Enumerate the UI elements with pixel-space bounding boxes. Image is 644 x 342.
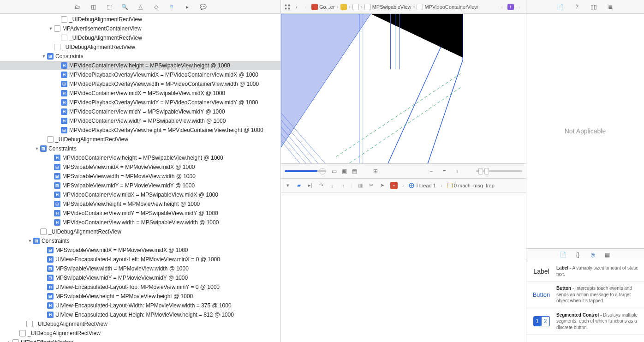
tree-row[interactable]: ▼MPAdvertisementContainerView: [0, 24, 280, 33]
tree-row[interactable]: HMPVideoPlaybackOverlayView.midY = MPVid…: [0, 98, 280, 107]
jump-bar-segment[interactable]: MPVideoContainerView: [417, 4, 478, 10]
tree-row[interactable]: ⊟MPSwipableView.midY = MPMovieView.midY …: [0, 181, 280, 190]
disclosure-triangle[interactable]: ▼: [35, 146, 39, 151]
tree-row[interactable]: HUIView-Encapsulated-Layout-Width: MPMov…: [0, 301, 280, 310]
hierarchy-icon[interactable]: ⬚: [105, 3, 113, 11]
clipping-icon[interactable]: ▭: [331, 168, 337, 174]
object-library[interactable]: LabelLabel - A variably sized amount of …: [526, 261, 644, 342]
tree-row[interactable]: HMPVideoPlaybackOverlayView.midX = MPVid…: [0, 70, 280, 79]
zoom-out-button[interactable]: −: [427, 167, 435, 175]
tree-row[interactable]: _UIDebugAlignmentRectView: [0, 227, 280, 236]
library-preview: Button: [531, 285, 552, 304]
wireframe-icon[interactable]: ▣: [341, 168, 347, 174]
library-item[interactable]: 12Segmented Control - Displays multiple …: [526, 308, 644, 335]
search-icon[interactable]: 🔍: [121, 3, 128, 11]
tree-row[interactable]: _UIDebugAlignmentRectView: [0, 33, 280, 42]
tree-row[interactable]: ▼⊞Constraints: [0, 144, 280, 153]
tree-row[interactable]: ▼⊞Constraints: [0, 236, 280, 246]
continue-icon[interactable]: ▸|: [307, 182, 313, 189]
jump-bar-segment[interactable]: [340, 4, 347, 10]
tree-row[interactable]: HMPVideoContainerView.midX = MPSwipableV…: [0, 190, 280, 199]
tree-row[interactable]: HUIView-Encapsulated-Layout-Top: MPMovie…: [0, 282, 280, 292]
tree-row[interactable]: HUIView-Encapsulated-Layout-Heigh: MPMov…: [0, 310, 280, 319]
related-items-icon[interactable]: [284, 3, 291, 11]
depth-range-slider[interactable]: [476, 170, 522, 172]
tree-row[interactable]: HUIView-Encapsulated-Layout-Left: MPMovi…: [0, 255, 280, 264]
object-lib-icon[interactable]: ◎: [589, 251, 596, 258]
library-item[interactable]: ButtonButton - Intercepts touch events a…: [526, 282, 644, 308]
file-icon[interactable]: 📄: [557, 3, 564, 11]
tree-row[interactable]: ⊟MPVideoPlaybackOverlayView.width = MPVi…: [0, 79, 280, 89]
tree-row[interactable]: ⊟MPSwipableView.height = MPMovieView.hei…: [0, 199, 280, 209]
console-toggle-icon[interactable]: ▾: [285, 182, 291, 189]
view-debugger-canvas[interactable]: [281, 14, 526, 163]
file-lib-icon[interactable]: 📄: [560, 251, 567, 258]
tree-row[interactable]: HMPVideoContainerView.height = MPSwipabl…: [0, 61, 280, 70]
forward-icon[interactable]: ›: [302, 3, 310, 11]
tree-row[interactable]: ⊟MPSwipableView.width = MPMovieView.widt…: [0, 172, 280, 181]
zoom-slider[interactable]: [285, 170, 326, 172]
orient-icon[interactable]: ⊞: [372, 168, 379, 174]
forward-alt-icon[interactable]: ›: [516, 3, 523, 11]
breakpoint-toggle-icon[interactable]: ▰: [296, 182, 302, 189]
tree-row[interactable]: HMPVideoContainerView.width = MPSwipable…: [0, 116, 280, 126]
tree-row[interactable]: _UIDebugAlignmentRectView: [0, 135, 280, 144]
location-icon[interactable]: ➤: [379, 182, 386, 189]
tree-row[interactable]: HMPVideoContainerView.height = MPSwipabl…: [0, 153, 280, 162]
split-icon[interactable]: ▯▯: [590, 3, 597, 11]
box-icon[interactable]: ◫: [89, 3, 97, 11]
step-over-icon[interactable]: ↷: [318, 182, 324, 189]
inspector-icon[interactable]: ≣: [607, 3, 614, 11]
tree-row[interactable]: _UIDebugAlignmentRectView: [0, 319, 280, 329]
tree-row[interactable]: HMPVideoContainerView.midY = MPSwipableV…: [0, 209, 280, 218]
disclosure-triangle[interactable]: ▼: [42, 54, 46, 59]
view-hierarchy-tree[interactable]: _UIDebugAlignmentRectView▼MPAdvertisemen…: [0, 14, 280, 342]
diamond-icon[interactable]: ◇: [152, 3, 160, 11]
back-icon[interactable]: ‹: [293, 3, 300, 11]
jump-bar-segment[interactable]: Go...er: [311, 4, 335, 10]
comment-icon[interactable]: 💬: [199, 3, 207, 11]
help-icon[interactable]: ?: [573, 3, 581, 11]
view-debug-icon[interactable]: ▥: [357, 182, 364, 189]
breakpoint-icon[interactable]: ▸: [184, 3, 191, 11]
tree-row[interactable]: _UIDebugAlignmentRectView: [0, 329, 280, 338]
jump-bar-segment[interactable]: [352, 4, 359, 10]
process-icon[interactable]: ▪: [390, 182, 398, 189]
frame-label[interactable]: 0 mach_msg_trap: [454, 183, 495, 188]
jump-bar[interactable]: ‹ › Go...er›››MPSwipableView›MPVideoCont…: [281, 0, 526, 14]
issue-badge[interactable]: !: [507, 4, 514, 10]
tree-row[interactable]: HMPVideoContainerView.midX = MPSwipableV…: [0, 89, 280, 98]
media-lib-icon[interactable]: ▦: [604, 251, 611, 258]
lines-icon[interactable]: ≡: [168, 3, 175, 11]
zoom-fit-button[interactable]: =: [440, 167, 448, 175]
console-area[interactable]: [281, 192, 526, 342]
tree-row[interactable]: ⊟MPSwipableView.width = MPMovieView.widt…: [0, 264, 280, 273]
disclosure-triangle[interactable]: ▶: [7, 340, 12, 342]
code-lib-icon[interactable]: {}: [574, 251, 582, 258]
tree-row[interactable]: _UIDebugAlignmentRectView: [0, 42, 280, 52]
library-item[interactable]: LabelLabel - A variably sized amount of …: [526, 261, 644, 282]
warning-icon[interactable]: △: [137, 3, 144, 11]
folder-icon[interactable]: 🗂: [74, 3, 81, 11]
tree-row[interactable]: ⊟MPSwipableView.midX = MPMovieView.midX …: [0, 246, 280, 255]
disclosure-triangle[interactable]: ▼: [28, 239, 32, 243]
zoom-in-button[interactable]: +: [453, 167, 461, 175]
stack-icon[interactable]: ▤: [351, 168, 358, 174]
tree-row[interactable]: ⊟MPSwipableView.height = MPMovieView.hei…: [0, 292, 280, 301]
step-in-icon[interactable]: ↓: [329, 182, 335, 189]
tree-row[interactable]: _UIDebugAlignmentRectView: [0, 15, 280, 24]
view-icon: [61, 35, 67, 41]
tree-row[interactable]: HMPVideoContainerView.midY = MPSwipableV…: [0, 107, 280, 116]
disclosure-triangle[interactable]: ▼: [48, 26, 53, 31]
tree-row[interactable]: ⊟MPVideoPlaybackOverlayView.height = MPV…: [0, 126, 280, 135]
tree-row[interactable]: ⊟MPSwipableView.midY = MPMovieView.midY …: [0, 273, 280, 282]
tree-row[interactable]: ⊟MPSwipableView.midX = MPMovieView.midX …: [0, 162, 280, 172]
back-alt-icon[interactable]: ‹: [498, 3, 506, 11]
thread-label[interactable]: Thread 1: [416, 183, 436, 188]
step-out-icon[interactable]: ↑: [340, 182, 346, 189]
tree-row[interactable]: ▶UITextEffectsWindow: [0, 338, 280, 342]
memory-graph-icon[interactable]: ✂: [368, 182, 375, 189]
jump-bar-segment[interactable]: MPSwipableView: [364, 4, 411, 10]
tree-row[interactable]: HMPVideoContainerView.width = MPSwipable…: [0, 218, 280, 227]
tree-row[interactable]: ▼⊞Constraints: [0, 52, 280, 61]
